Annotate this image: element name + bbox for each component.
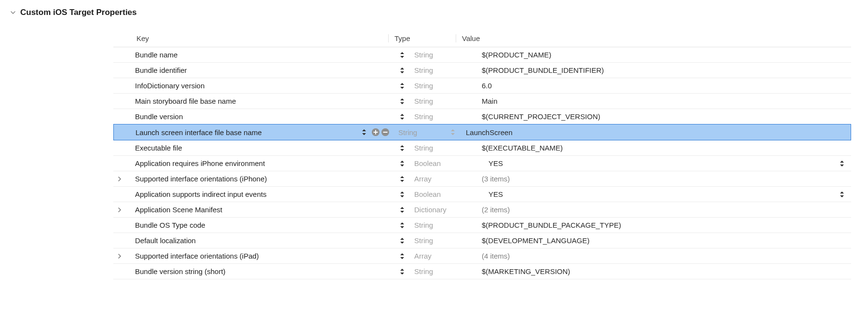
- value-cell[interactable]: $(DEVELOPMENT_LANGUAGE): [476, 236, 851, 245]
- table-row[interactable]: Supported interface orientations (iPad) …: [113, 248, 851, 264]
- table-row[interactable]: Bundle OS Type code String$(PRODUCT_BUND…: [113, 218, 851, 233]
- disclosure-toggle[interactable]: [115, 254, 124, 259]
- table-row[interactable]: Launch screen interface file base name S…: [113, 124, 851, 140]
- key-cell[interactable]: Bundle name: [113, 51, 408, 59]
- type-cell[interactable]: String: [408, 267, 476, 275]
- key-cell[interactable]: Supported interface orientations (iPad): [113, 252, 408, 260]
- value-cell[interactable]: (2 items): [476, 206, 851, 214]
- table-row[interactable]: Application requires iPhone environment …: [113, 156, 851, 171]
- key-cell[interactable]: Application requires iPhone environment: [113, 159, 408, 167]
- value-cell[interactable]: YES: [476, 190, 851, 198]
- value-cell[interactable]: $(MARKETING_VERSION): [476, 267, 851, 275]
- up-down-icon[interactable]: [398, 222, 407, 229]
- table-row[interactable]: Executable file String$(EXECUTABLE_NAME): [113, 140, 851, 156]
- type-cell[interactable]: String: [408, 97, 476, 105]
- value-cell[interactable]: Main: [476, 97, 851, 105]
- table-row[interactable]: Supported interface orientations (iPhone…: [113, 171, 851, 187]
- type-cell[interactable]: String: [408, 221, 476, 229]
- value-label: YES: [482, 159, 503, 167]
- value-cell[interactable]: 6.0: [476, 82, 851, 90]
- key-cell[interactable]: Application Scene Manifest: [113, 206, 408, 214]
- value-cell[interactable]: LaunchScreen: [460, 128, 851, 137]
- key-cell[interactable]: Supported interface orientations (iPhone…: [113, 175, 408, 183]
- table-row[interactable]: Application Scene Manifest Dictionary(2 …: [113, 202, 851, 218]
- up-down-icon[interactable]: [398, 82, 407, 89]
- section-header[interactable]: Custom iOS Target Properties: [0, 0, 868, 21]
- value-cell[interactable]: $(PRODUCT_BUNDLE_PACKAGE_TYPE): [476, 221, 851, 229]
- key-cell[interactable]: Bundle identifier: [113, 66, 408, 74]
- type-label: String: [414, 66, 433, 74]
- up-down-icon[interactable]: [398, 52, 407, 58]
- value-cell[interactable]: $(CURRENT_PROJECT_VERSION): [476, 112, 851, 121]
- up-down-icon[interactable]: [837, 191, 847, 198]
- type-cell[interactable]: String: [408, 112, 476, 121]
- value-cell[interactable]: (3 items): [476, 175, 851, 183]
- type-cell[interactable]: String: [408, 236, 476, 245]
- type-label: Dictionary: [414, 206, 447, 214]
- key-cell[interactable]: Launch screen interface file base name: [114, 128, 393, 137]
- key-cell[interactable]: Bundle version string (short): [113, 267, 408, 275]
- value-label: $(PRODUCT_NAME): [482, 51, 551, 59]
- table-row[interactable]: Main storyboard file base name StringMai…: [113, 94, 851, 109]
- add-button[interactable]: [371, 128, 380, 137]
- type-cell[interactable]: String: [408, 82, 476, 90]
- key-cell[interactable]: InfoDictionary version: [113, 82, 408, 90]
- header-type[interactable]: Type: [388, 34, 456, 42]
- key-cell[interactable]: Main storyboard file base name: [113, 97, 408, 105]
- up-down-icon[interactable]: [837, 160, 847, 167]
- type-label: String: [414, 236, 433, 245]
- value-label: (4 items): [482, 252, 510, 260]
- table-row[interactable]: Bundle version String$(CURRENT_PROJECT_V…: [113, 109, 851, 124]
- table-row[interactable]: Default localization String$(DEVELOPMENT…: [113, 233, 851, 248]
- key-cell[interactable]: Bundle OS Type code: [113, 221, 408, 229]
- header-key[interactable]: Key: [113, 34, 388, 42]
- type-label: String: [398, 128, 417, 137]
- type-cell[interactable]: String: [408, 51, 476, 59]
- type-cell[interactable]: Boolean: [408, 159, 476, 167]
- type-cell[interactable]: Array: [408, 252, 476, 260]
- disclosure-toggle[interactable]: [115, 207, 124, 212]
- remove-button[interactable]: [381, 128, 390, 137]
- up-down-icon[interactable]: [398, 145, 407, 151]
- up-down-icon[interactable]: [448, 129, 457, 136]
- type-cell[interactable]: Dictionary: [408, 206, 476, 214]
- up-down-icon[interactable]: [398, 98, 407, 105]
- type-cell[interactable]: Array: [408, 175, 476, 183]
- up-down-icon[interactable]: [398, 67, 407, 74]
- up-down-icon[interactable]: [398, 253, 407, 260]
- type-cell[interactable]: Boolean: [408, 190, 476, 198]
- value-cell[interactable]: $(PRODUCT_BUNDLE_IDENTIFIER): [476, 66, 851, 74]
- key-cell[interactable]: Application supports indirect input even…: [113, 190, 408, 198]
- up-down-icon[interactable]: [360, 129, 368, 136]
- key-label: Bundle name: [124, 51, 398, 59]
- value-cell[interactable]: (4 items): [476, 252, 851, 260]
- type-cell[interactable]: String: [408, 66, 476, 74]
- type-cell[interactable]: String: [393, 128, 460, 137]
- value-cell[interactable]: YES: [476, 159, 851, 167]
- type-label: Boolean: [414, 159, 441, 167]
- up-down-icon[interactable]: [398, 160, 407, 167]
- chevron-down-icon: [11, 10, 15, 15]
- up-down-icon[interactable]: [398, 237, 407, 244]
- table-row[interactable]: InfoDictionary version String6.0: [113, 78, 851, 94]
- up-down-icon[interactable]: [398, 176, 407, 182]
- value-cell[interactable]: $(EXECUTABLE_NAME): [476, 144, 851, 152]
- table-row[interactable]: Application supports indirect input even…: [113, 187, 851, 202]
- up-down-icon[interactable]: [398, 113, 407, 120]
- table-row[interactable]: Bundle name String$(PRODUCT_NAME): [113, 47, 851, 63]
- value-label: YES: [482, 190, 503, 198]
- value-label: $(CURRENT_PROJECT_VERSION): [482, 112, 600, 121]
- up-down-icon[interactable]: [398, 191, 407, 198]
- table-row[interactable]: Bundle version string (short) String$(MA…: [113, 264, 851, 279]
- key-label: Executable file: [124, 144, 398, 152]
- key-cell[interactable]: Bundle version: [113, 112, 408, 121]
- disclosure-toggle[interactable]: [115, 177, 124, 181]
- header-value[interactable]: Value: [456, 34, 851, 42]
- up-down-icon[interactable]: [398, 268, 407, 275]
- key-cell[interactable]: Executable file: [113, 144, 408, 152]
- type-cell[interactable]: String: [408, 144, 476, 152]
- value-cell[interactable]: $(PRODUCT_NAME): [476, 51, 851, 59]
- table-row[interactable]: Bundle identifier String$(PRODUCT_BUNDLE…: [113, 63, 851, 78]
- key-cell[interactable]: Default localization: [113, 236, 408, 245]
- up-down-icon[interactable]: [398, 206, 407, 213]
